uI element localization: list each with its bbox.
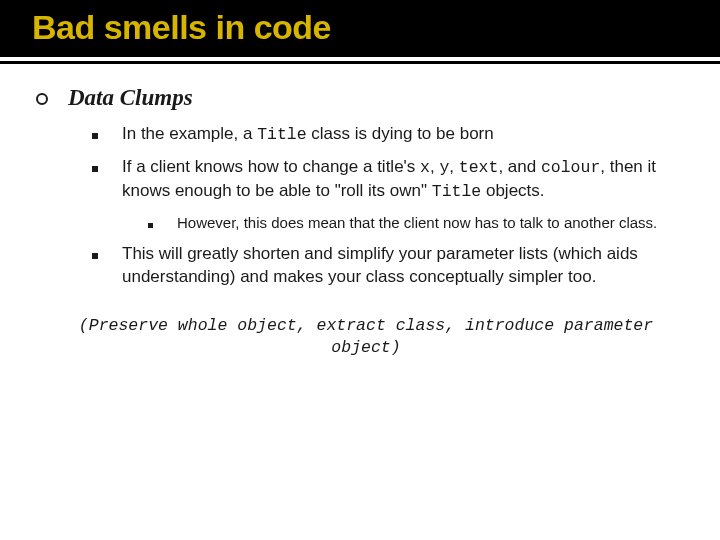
section-heading-row: Data Clumps <box>36 82 696 113</box>
square-bullet-icon <box>92 133 98 139</box>
text-fragment: , and <box>498 157 541 176</box>
text-fragment: , <box>449 157 458 176</box>
text-fragment: In the example, a <box>122 124 257 143</box>
code-fragment: Title <box>432 182 481 201</box>
bullet-item: This will greatly shorten and simplify y… <box>36 243 696 289</box>
footer-note: (Preserve whole object, extract class, i… <box>36 315 696 360</box>
code-fragment: Title <box>257 125 306 144</box>
bullet-text: In the example, a Title class is dying t… <box>122 123 494 146</box>
circle-bullet-icon <box>36 93 48 105</box>
slide: Bad smells in code Data Clumps In the ex… <box>0 0 720 540</box>
code-fragment: colour <box>541 158 600 177</box>
title-band: Bad smells in code <box>0 0 720 57</box>
code-fragment: x <box>420 158 430 177</box>
code-fragment: text <box>459 158 499 177</box>
code-fragment: y <box>439 158 449 177</box>
bullet-text: If a client knows how to change a title'… <box>122 156 696 203</box>
text-fragment: class is dying to be born <box>307 124 494 143</box>
bullet-text: This will greatly shorten and simplify y… <box>122 243 696 289</box>
bullet-item: If a client knows how to change a title'… <box>36 156 696 203</box>
square-bullet-icon <box>148 223 153 228</box>
bullet-item: In the example, a Title class is dying t… <box>36 123 696 146</box>
sub-bullet-item: However, this does mean that the client … <box>36 213 696 233</box>
slide-title: Bad smells in code <box>0 8 720 47</box>
square-bullet-icon <box>92 253 98 259</box>
square-bullet-icon <box>92 166 98 172</box>
text-fragment: If a client knows how to change a title'… <box>122 157 420 176</box>
slide-content: Data Clumps In the example, a Title clas… <box>0 64 720 359</box>
section-heading: Data Clumps <box>68 82 193 113</box>
text-fragment: objects. <box>481 181 544 200</box>
sub-bullet-text: However, this does mean that the client … <box>177 213 657 233</box>
